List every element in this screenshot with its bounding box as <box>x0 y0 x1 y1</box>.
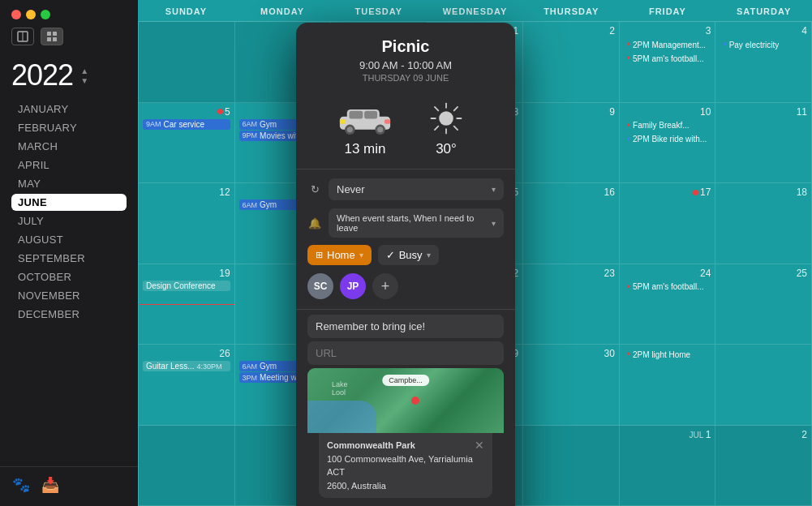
calendar-cell[interactable]: 9 <box>523 103 620 184</box>
location-address: 100 Commonwealth Ave, Yarrialumia ACT260… <box>327 452 475 493</box>
calendar-area: SUNDAYMONDAYTUESDAYWEDNESDAYTHURSDAYFRID… <box>138 0 812 506</box>
event-pill[interactable]: 2PM light Home <box>624 348 711 361</box>
event-pill[interactable]: Family Breakf... <box>624 119 711 132</box>
sidebar-month-april[interactable]: APRIL <box>11 157 127 174</box>
travel-time-label: 13 min <box>344 141 385 157</box>
year-down-arrow[interactable]: ▼ <box>78 76 91 84</box>
sidebar-month-august[interactable]: AUGUST <box>11 231 127 248</box>
date-number: 4 <box>801 25 807 36</box>
date-number: JUL 1 <box>690 429 711 440</box>
day-header-wednesday: WEDNESDAY <box>427 0 523 21</box>
calendar-cell[interactable]: JUL 1 <box>620 426 716 507</box>
date-number: 3 <box>706 25 711 36</box>
svg-rect-2 <box>47 32 51 36</box>
sidebar-month-january[interactable]: JANUARY <box>11 101 127 118</box>
event-pill[interactable]: 2PM Bike ride with... <box>624 133 711 146</box>
event-pill[interactable]: 9AM Car service <box>143 119 230 130</box>
year-label: 2022 <box>11 58 73 92</box>
alert-row: 🔔 When event starts, When I need to leav… <box>296 204 515 242</box>
attendee-sc[interactable]: SC <box>307 273 333 299</box>
alert-dropdown[interactable]: When event starts, When I need to leave … <box>329 208 504 238</box>
calendar-cell[interactable]: 2PM light Home <box>620 345 716 426</box>
calendar-cell[interactable]: 26Guitar Less... 4:30PM <box>139 345 235 426</box>
calendar-cell[interactable]: 59AM Car service <box>139 103 235 184</box>
event-label: 5PM am's football... <box>633 54 704 63</box>
calendar-cell[interactable]: 11 <box>715 103 812 184</box>
url-field[interactable]: URL <box>307 341 504 365</box>
add-attendee-button[interactable]: + <box>372 273 398 299</box>
sidebar-month-november[interactable]: NOVEMBER <box>11 287 127 304</box>
calendar-cell[interactable]: 245PM am's football... <box>620 264 716 345</box>
cell-date-wrapper: JUL 1 <box>624 429 711 440</box>
cell-date-wrapper: 11 <box>720 106 807 118</box>
svg-rect-8 <box>349 111 363 119</box>
sidebar-month-february[interactable]: FEBRUARY <box>11 119 127 136</box>
close-button[interactable] <box>11 10 21 19</box>
note-field[interactable]: Remember to bring ice! <box>307 315 504 338</box>
calendar-cell[interactable]: 2 <box>523 22 620 103</box>
calendar-cell[interactable]: 18 <box>715 183 812 264</box>
calendar-cell[interactable]: 17 <box>620 183 716 264</box>
sidebar-month-july[interactable]: JULY <box>11 212 127 229</box>
calendar-cell[interactable]: 19Design Conference <box>139 264 235 345</box>
calendar-cell[interactable] <box>523 426 620 507</box>
day-headers: SUNDAYMONDAYTUESDAYWEDNESDAYTHURSDAYFRID… <box>138 0 812 22</box>
chevron-down-icon: ▾ <box>492 185 496 194</box>
calendar-cell[interactable] <box>715 345 812 426</box>
event-pill[interactable]: 2PM Management... <box>624 38 711 51</box>
calendar-cell[interactable]: 23 <box>523 264 620 345</box>
attendee-jp[interactable]: JP <box>340 273 366 299</box>
year-up-arrow[interactable]: ▲ <box>78 66 91 75</box>
event-pill[interactable]: Guitar Less... 4:30PM <box>143 361 230 371</box>
multi-view-toggle[interactable] <box>41 28 63 45</box>
date-number: 23 <box>604 268 614 279</box>
event-label: Family Breakf... <box>633 121 689 130</box>
minimize-button[interactable] <box>26 10 36 19</box>
repeat-dropdown[interactable]: Never ▾ <box>329 178 504 200</box>
calendar-cell[interactable]: 16 <box>523 183 620 264</box>
calendar-label: Home <box>327 249 355 261</box>
calendar-cell[interactable]: 32PM Management...5PM am's football... <box>620 22 716 103</box>
event-pill[interactable]: 5PM am's football... <box>624 281 711 294</box>
svg-line-22 <box>454 126 458 130</box>
sidebar-month-september[interactable]: SEPTEMBER <box>11 250 127 267</box>
sidebar-month-june[interactable]: JUNE <box>11 194 127 211</box>
calendar-cell[interactable]: 2 <box>715 426 812 507</box>
calendar-cell[interactable]: 25 <box>715 264 812 345</box>
svg-line-21 <box>435 107 438 110</box>
sidebar-month-may[interactable]: MAY <box>11 175 127 192</box>
date-dot-icon <box>217 109 223 114</box>
location-map: Campbe... LakeLool Commonwealth Park 100… <box>307 368 504 498</box>
location-close-button[interactable]: ✕ <box>475 439 484 452</box>
sidebar-month-october[interactable]: OCTOBER <box>11 268 127 285</box>
calendar-cell[interactable]: 10Family Breakf...2PM Bike ride with... <box>620 103 716 184</box>
event-popup[interactable]: Picnic 9:00 AM - 10:00 AM THURSDAY 09 JU… <box>296 23 515 506</box>
event-pill[interactable]: 5PM am's football... <box>624 52 711 65</box>
single-view-toggle[interactable] <box>11 28 34 45</box>
event-label: Pay electricity <box>729 41 780 49</box>
day-header-saturday: SATURDAY <box>715 0 812 21</box>
calendar-cell[interactable]: 4Pay electricity <box>715 22 812 103</box>
date-number: 25 <box>797 268 807 279</box>
status-selector[interactable]: ✓ Busy ▾ <box>378 245 439 265</box>
check-icon: ✓ <box>386 249 395 261</box>
calendar-cell[interactable] <box>139 426 235 507</box>
alert-value: When event starts, When I need to leave <box>337 213 492 233</box>
event-pill[interactable]: Pay electricity <box>720 38 807 51</box>
day-header-monday: MONDAY <box>234 0 331 21</box>
date-number: 24 <box>700 268 711 279</box>
map-pin-icon <box>411 397 419 405</box>
sidebar-month-march[interactable]: MARCH <box>11 138 127 155</box>
calendar-cell[interactable]: 30 <box>523 345 620 426</box>
date-number: 2 <box>609 25 615 36</box>
inbox-icon[interactable]: 📥 <box>41 475 60 495</box>
calendar-selector[interactable]: ⊞ Home ▾ <box>307 245 372 265</box>
grid-icon: ⊞ <box>316 250 323 260</box>
calendar-cell[interactable] <box>139 22 235 103</box>
calendar-cell[interactable]: 12 <box>139 183 235 264</box>
maximize-button[interactable] <box>41 10 50 19</box>
paw-icon[interactable]: 🐾 <box>11 475 31 495</box>
cell-date-wrapper: 30 <box>527 348 615 359</box>
sidebar-month-december[interactable]: DECEMBER <box>11 306 127 323</box>
event-pill[interactable]: Design Conference <box>143 281 230 291</box>
